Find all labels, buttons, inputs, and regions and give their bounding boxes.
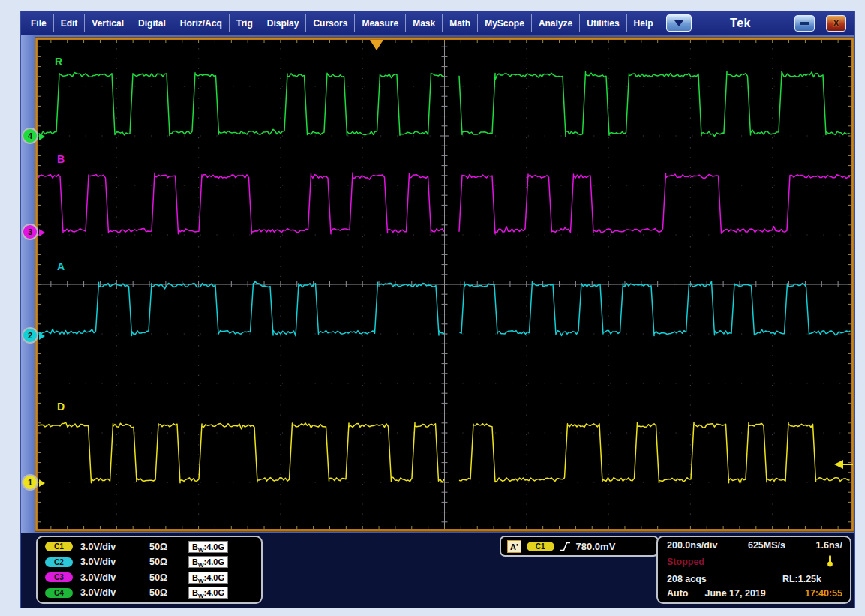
thermometer-icon xyxy=(827,554,833,569)
menu-item-cursors[interactable]: Cursors xyxy=(305,14,354,32)
channel-row-c3: C3 3.0V/div 50Ω BW:4.0G xyxy=(45,570,255,584)
channel-scale-c1: 3.0V/div xyxy=(80,542,149,552)
marker-arrow-icon xyxy=(39,133,45,140)
timebase-row: 200.0ns/div 625MS/s 1.6ns/ xyxy=(667,540,842,551)
trigger-a-badge: A' xyxy=(507,540,521,553)
trace-label-A: A xyxy=(57,260,65,272)
channel-badge-c3[interactable]: C3 xyxy=(45,572,73,582)
acquisition-status: Stopped xyxy=(667,557,704,567)
trigger-level-value: 780.0mV xyxy=(576,541,616,552)
menu-item-analyze[interactable]: Analyze xyxy=(531,14,579,32)
horizontal-readout-panel: 200.0ns/div 625MS/s 1.6ns/ Stopped 208 a… xyxy=(656,536,851,604)
close-button[interactable]: X xyxy=(826,15,846,32)
acq-count-row: 208 acqs RL:1.25k xyxy=(667,574,842,584)
menu-item-digital[interactable]: Digital xyxy=(131,14,173,32)
channel-position-marker-4[interactable]: 4 xyxy=(22,128,38,144)
channel-marker-number: 3 xyxy=(28,227,32,236)
record-length: RL:1.25k xyxy=(782,574,821,584)
marker-arrow-icon xyxy=(39,229,45,236)
channel-termination-c1: 50Ω xyxy=(149,542,188,552)
menu-bar: FileEditVerticalDigitalHoriz/AcqTrigDisp… xyxy=(21,11,854,35)
chevron-down-icon xyxy=(674,20,683,26)
rising-edge-icon xyxy=(560,541,571,552)
mode-date-row: Auto June 17, 2019 17:40:55 xyxy=(667,588,842,599)
menu-item-horiz-acq[interactable]: Horiz/Acq xyxy=(173,14,229,32)
menu-item-file[interactable]: File xyxy=(24,14,53,32)
minimize-button[interactable] xyxy=(794,15,815,32)
menu-item-mask[interactable]: Mask xyxy=(405,14,442,32)
channel-bandwidth-c2: BW:4.0G xyxy=(188,556,228,568)
trigger-source-badge[interactable]: C1 xyxy=(527,542,554,551)
menu-item-math[interactable]: Math xyxy=(442,14,477,32)
marker-arrow-icon xyxy=(39,332,45,340)
scope-screen: RBAD 4321 xyxy=(21,35,854,533)
trigger-readout-panel: A' C1 780.0mV xyxy=(500,536,659,557)
channel-bandwidth-c1: BW:4.0G xyxy=(188,541,228,553)
channel-position-marker-3[interactable]: 3 xyxy=(22,224,38,240)
channel-row-c2: C2 3.0V/div 50Ω BW:4.0G xyxy=(45,555,255,569)
waveform-graticule: RBAD xyxy=(35,37,854,532)
trace-label-R: R xyxy=(55,56,62,68)
readout-bar: C1 3.0V/div 50Ω BW:4.0G C2 3.0V/div 50Ω … xyxy=(21,533,854,608)
channel-bandwidth-c4: BW:4.0G xyxy=(188,587,228,599)
menu-dropdown-button[interactable] xyxy=(666,14,692,32)
channel-row-c1: C1 3.0V/div 50Ω BW:4.0G xyxy=(45,539,255,554)
minimize-icon xyxy=(800,22,809,25)
menu-item-display[interactable]: Display xyxy=(260,14,306,32)
menu-item-measure[interactable]: Measure xyxy=(354,14,405,32)
close-icon: X xyxy=(833,17,839,29)
menu-item-help[interactable]: Help xyxy=(626,14,660,32)
tek-logo: Tek xyxy=(730,17,751,30)
menu-item-vertical[interactable]: Vertical xyxy=(84,14,131,32)
marker-arrow-icon xyxy=(39,479,45,487)
channel-termination-c2: 50Ω xyxy=(149,557,188,567)
menu-item-utilities[interactable]: Utilities xyxy=(579,14,626,32)
channel-scale-c3: 3.0V/div xyxy=(80,572,149,583)
channel-badge-c4[interactable]: C4 xyxy=(45,588,73,598)
waveform-display: RBAD xyxy=(35,37,854,532)
channel-row-c4: C4 3.0V/div 50Ω BW:4.0G xyxy=(45,586,255,600)
acq-status-row: Stopped xyxy=(667,554,842,569)
channel-position-marker-1[interactable]: 1 xyxy=(22,474,38,491)
date-value: June 17, 2019 xyxy=(704,588,765,599)
channel-marker-number: 4 xyxy=(28,131,32,140)
acquisition-count: 208 acqs xyxy=(667,574,707,584)
time-value: 17:40:55 xyxy=(805,588,842,599)
trigger-mode: Auto xyxy=(667,588,688,599)
channel-termination-c3: 50Ω xyxy=(149,572,188,583)
channel-scale-c2: 3.0V/div xyxy=(80,557,149,567)
menu-item-trig[interactable]: Trig xyxy=(229,14,260,32)
channel-scale-c4: 3.0V/div xyxy=(80,587,149,598)
sample-rate-value: 625MS/s xyxy=(748,540,785,551)
channel-marker-number: 1 xyxy=(28,478,32,487)
channel-marker-number: 2 xyxy=(28,331,32,340)
channel-readout-panel: C1 3.0V/div 50Ω BW:4.0G C2 3.0V/div 50Ω … xyxy=(36,536,263,604)
timebase-value: 200.0ns/div xyxy=(667,540,717,551)
menu-item-myscope[interactable]: MyScope xyxy=(477,14,531,32)
oscilloscope-window: FileEditVerticalDigitalHoriz/AcqTrigDisp… xyxy=(20,11,855,608)
menu-item-edit[interactable]: Edit xyxy=(53,14,85,32)
resolution-value: 1.6ns/ xyxy=(816,540,842,551)
channel-badge-c2[interactable]: C2 xyxy=(45,557,73,567)
channel-position-marker-2[interactable]: 2 xyxy=(22,327,38,344)
channel-bandwidth-c3: BW:4.0G xyxy=(188,572,228,584)
trace-label-B: B xyxy=(57,153,65,165)
channel-badge-c1[interactable]: C1 xyxy=(45,542,73,551)
channel-termination-c4: 50Ω xyxy=(149,587,188,598)
trace-label-D: D xyxy=(57,401,65,413)
